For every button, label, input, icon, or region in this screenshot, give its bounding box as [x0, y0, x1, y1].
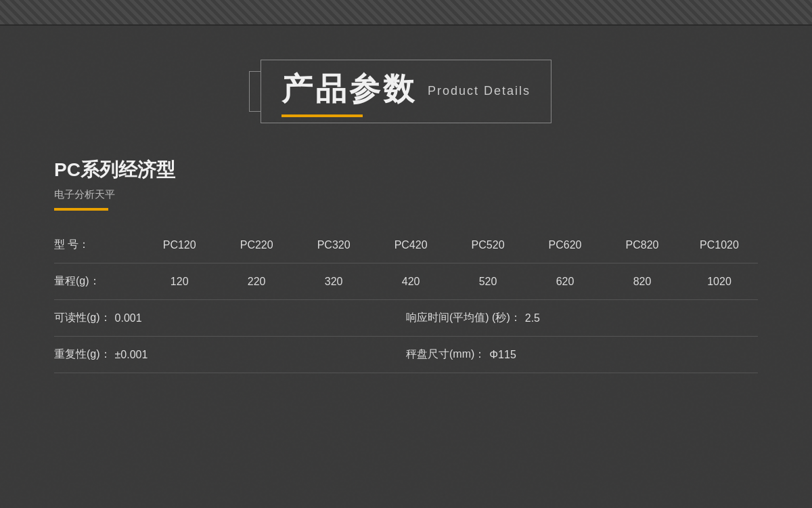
chinese-title: 产品参数 [281, 68, 417, 110]
repeatability-label: 重复性(g)： [54, 347, 111, 362]
range-row: 量程(g)： 120 220 320 420 520 620 820 1020 [54, 263, 758, 300]
repeatability-value: ±0.001 [115, 349, 148, 361]
underline-bar [54, 208, 108, 211]
range-320: 320 [295, 263, 372, 300]
repeatability-col: 重复性(g)： ±0.001 [54, 337, 406, 373]
range-820: 820 [604, 263, 681, 300]
pansize-value: Φ115 [489, 349, 516, 361]
pansize-label: 秤盘尺寸(mm)： [406, 347, 485, 362]
model-pc1020: PC1020 [681, 227, 758, 263]
readability-response-row: 可读性(g)： 0.001 响应时间(平均值) (秒)： 2.5 [54, 300, 758, 337]
readability-col: 可读性(g)： 0.001 [54, 300, 406, 336]
range-620: 620 [526, 263, 604, 300]
model-pc820: PC820 [604, 227, 681, 263]
bracket-decoration [249, 71, 261, 112]
range-520: 520 [449, 263, 526, 300]
range-label: 量程(g)： [54, 263, 141, 300]
top-decorative-strip [0, 0, 812, 26]
readability-value: 0.001 [115, 312, 142, 324]
range-420: 420 [372, 263, 449, 300]
header-section: 产品参数 Product Details [54, 53, 758, 123]
response-col: 响应时间(平均值) (秒)： 2.5 [406, 300, 758, 336]
model-pc120: PC120 [141, 227, 218, 263]
response-value: 2.5 [525, 312, 540, 324]
model-pc420: PC420 [372, 227, 449, 263]
model-row: 型 号： PC120 PC220 PC320 PC420 PC520 PC620… [54, 227, 758, 263]
model-pc620: PC620 [526, 227, 604, 263]
readability-label: 可读性(g)： [54, 311, 111, 325]
model-pc320: PC320 [295, 227, 372, 263]
spec-table-container: 型 号： PC120 PC220 PC320 PC420 PC520 PC620… [54, 227, 758, 373]
model-pc520: PC520 [449, 227, 526, 263]
product-name-sub: 电子分析天平 [54, 188, 758, 201]
english-title: Product Details [428, 81, 531, 98]
model-pc220: PC220 [218, 227, 295, 263]
response-label: 响应时间(平均值) (秒)： [406, 311, 521, 325]
range-220: 220 [218, 263, 295, 300]
repeatability-pansize-row: 重复性(g)： ±0.001 秤盘尺寸(mm)： Φ115 [54, 337, 758, 373]
model-label: 型 号： [54, 227, 141, 263]
range-120: 120 [141, 263, 218, 300]
title-box: 产品参数 Product Details [261, 60, 551, 123]
product-section: PC系列经济型 电子分析天平 [54, 157, 758, 211]
model-table: 型 号： PC120 PC220 PC320 PC420 PC520 PC620… [54, 227, 758, 300]
range-1020: 1020 [681, 263, 758, 300]
pansize-col: 秤盘尺寸(mm)： Φ115 [406, 337, 758, 373]
product-name-cn: PC系列经济型 [54, 157, 758, 183]
